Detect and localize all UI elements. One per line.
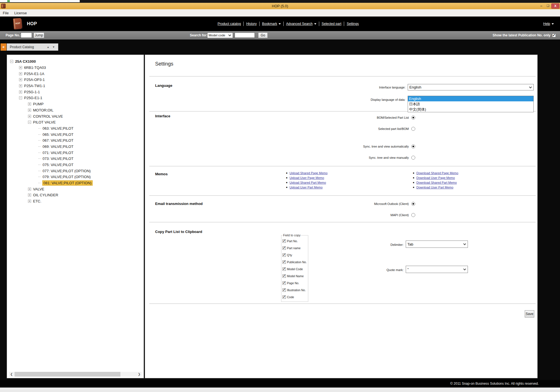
close-button[interactable]: X bbox=[551, 3, 559, 9]
tree-item[interactable]: +PUMP bbox=[7, 101, 144, 107]
tree-item[interactable]: +ETC. bbox=[7, 198, 144, 204]
tree-item[interactable]: 073: VALVE;PILOT bbox=[7, 156, 144, 162]
quote-mark-label: Quote mark: bbox=[347, 267, 403, 273]
go-button[interactable]: Go bbox=[258, 32, 268, 38]
jump-button[interactable]: Jump bbox=[34, 32, 44, 38]
tree-item[interactable]: +6RB1-TQA03 bbox=[7, 65, 144, 71]
download-user-part-memo-link[interactable]: Download User Part Memo bbox=[416, 186, 453, 189]
tree-item[interactable]: 079: VALVE;PILOT (OPTION) bbox=[7, 174, 144, 180]
latest-publication-checkbox[interactable] bbox=[552, 34, 556, 37]
catalog-panel-header[interactable]: Product Catalog ▲ ▼ bbox=[7, 43, 58, 51]
menu-file[interactable]: File bbox=[3, 11, 9, 15]
nav-advanced-search[interactable]: Advanced Search bbox=[284, 22, 319, 26]
collapse-panel-button[interactable]: « bbox=[1, 43, 6, 51]
menu-license[interactable]: License bbox=[14, 11, 27, 15]
search-type-select[interactable]: Model code bbox=[207, 32, 233, 38]
dropdown-option-chinese[interactable]: 中文(简体) bbox=[408, 107, 533, 112]
mapi-radio[interactable] bbox=[411, 213, 415, 217]
collapse-icon[interactable]: − bbox=[10, 60, 13, 63]
nav-selected-part[interactable]: Selected part bbox=[319, 22, 344, 26]
scroll-left-icon[interactable]: ❮ bbox=[9, 372, 14, 377]
expand-icon[interactable]: + bbox=[28, 200, 31, 203]
help-menu[interactable]: Help bbox=[543, 17, 554, 31]
code-checkbox[interactable] bbox=[283, 295, 286, 299]
interface-section-label: Interface bbox=[155, 114, 170, 118]
dropdown-option-japanese[interactable]: 日本語 bbox=[408, 101, 533, 107]
field-to-copy-group: Field to copy Part No. Part name Q'ty Pu… bbox=[281, 234, 308, 302]
qty-checkbox[interactable] bbox=[283, 253, 286, 257]
collapse-icon[interactable]: − bbox=[28, 121, 31, 124]
expand-icon[interactable]: + bbox=[19, 90, 22, 94]
help-link[interactable]: Help bbox=[543, 22, 550, 26]
tree-item[interactable]: +CONTROL VALVE bbox=[7, 113, 144, 119]
expand-icon[interactable]: + bbox=[19, 72, 22, 75]
upload-shared-part-memo-link[interactable]: Upload Shared Part Memo bbox=[290, 181, 326, 184]
copyright-text: © 2011 Snap-on Business Solutions Inc. A… bbox=[450, 382, 539, 386]
tree-item-selected[interactable]: 081: VALVE;PILOT (OPTION) bbox=[7, 180, 144, 186]
tree-item[interactable]: 071: VALVE;PILOT bbox=[7, 150, 144, 156]
tree-item[interactable]: +P25A-OP3-1 bbox=[7, 77, 144, 83]
upload-user-page-memo-link[interactable]: Upload User Page Memo bbox=[290, 176, 324, 179]
interface-language-select[interactable]: English bbox=[408, 84, 534, 90]
expand-icon[interactable]: + bbox=[19, 78, 22, 81]
page-no-input[interactable] bbox=[21, 32, 32, 38]
tree-item[interactable]: −25A CX1000 bbox=[7, 59, 144, 65]
expand-icon[interactable]: + bbox=[19, 66, 22, 69]
horizontal-scrollbar[interactable]: ❮ ❯ bbox=[9, 372, 142, 377]
dropdown-option-english[interactable]: English bbox=[408, 96, 533, 101]
tree-item[interactable]: +MOTOR;OIL bbox=[7, 107, 144, 113]
tree-item[interactable]: 069: VALVE;PILOT bbox=[7, 144, 144, 150]
tree-item[interactable]: 065: VALVE;PILOT bbox=[7, 131, 144, 137]
expand-icon[interactable]: + bbox=[28, 102, 31, 106]
expand-icon[interactable]: + bbox=[28, 115, 31, 118]
tree-item[interactable]: 075: VALVE;PILOT bbox=[7, 162, 144, 168]
tree-item[interactable]: 077: VALVE;PILOT (OPTION) bbox=[7, 168, 144, 174]
nav-history[interactable]: History bbox=[244, 22, 259, 26]
tree-item[interactable]: +P25A-TW1-1 bbox=[7, 83, 144, 89]
scroll-up-icon[interactable]: ▲ bbox=[47, 46, 49, 48]
outlook-radio[interactable] bbox=[411, 202, 415, 206]
delimiter-select[interactable]: Tab bbox=[406, 241, 468, 248]
scroll-down-icon[interactable]: ▼ bbox=[52, 46, 55, 48]
expand-icon[interactable]: + bbox=[28, 193, 31, 197]
nav-bookmark[interactable]: Bookmark bbox=[260, 22, 283, 26]
quote-mark-select[interactable]: " bbox=[406, 266, 468, 273]
download-user-page-memo-link[interactable]: Download User Page Memo bbox=[416, 176, 455, 179]
tree-item[interactable]: +P25G-1-1 bbox=[7, 89, 144, 95]
scrollbar-thumb[interactable] bbox=[15, 372, 120, 377]
sync-manual-radio[interactable] bbox=[411, 156, 415, 160]
download-shared-page-memo-link[interactable]: Download Shared Page Memo bbox=[416, 171, 458, 175]
bom-selected-part-list-radio[interactable] bbox=[411, 116, 415, 120]
scroll-right-icon[interactable]: ❯ bbox=[137, 372, 142, 377]
tree-item[interactable]: 067: VALVE;PILOT bbox=[7, 137, 144, 144]
background-window-fragment bbox=[0, 388, 560, 392]
model-code-checkbox[interactable] bbox=[283, 267, 286, 271]
sync-auto-radio[interactable] bbox=[411, 144, 415, 148]
expand-icon[interactable]: + bbox=[19, 84, 22, 87]
expand-icon[interactable]: + bbox=[28, 188, 31, 191]
nav-product-catalog[interactable]: Product catalog bbox=[215, 22, 243, 26]
tree-item[interactable]: +OIL CYLINDER bbox=[7, 192, 144, 198]
upload-shared-page-memo-link[interactable]: Upload Shared Page Memo bbox=[290, 171, 328, 175]
tree-item[interactable]: +P25A-E1-1A bbox=[7, 71, 144, 77]
download-shared-part-memo-link[interactable]: Download Shared Part Memo bbox=[416, 181, 457, 184]
part-no-checkbox[interactable] bbox=[283, 239, 286, 243]
publication-no-checkbox[interactable] bbox=[283, 260, 286, 264]
tree-item[interactable]: −PILOT VALVE bbox=[7, 119, 144, 125]
restore-button[interactable]: ❏ bbox=[545, 3, 551, 9]
minimize-button[interactable]: – bbox=[538, 3, 544, 9]
tree-item[interactable]: −P25G-E1-1 bbox=[7, 95, 144, 101]
nav-settings[interactable]: Settings bbox=[344, 22, 361, 26]
search-input[interactable] bbox=[235, 32, 255, 38]
upload-user-part-memo-link[interactable]: Upload User Part Memo bbox=[290, 186, 323, 189]
illustration-no-checkbox[interactable] bbox=[283, 288, 286, 292]
selected-part-list-bom-radio[interactable] bbox=[411, 127, 415, 131]
part-name-checkbox[interactable] bbox=[283, 246, 286, 250]
tree-item[interactable]: 063: VALVE;PILOT bbox=[7, 125, 144, 132]
tree-item[interactable]: +VALVE bbox=[7, 186, 144, 192]
save-button[interactable]: Save bbox=[525, 310, 534, 318]
expand-icon[interactable]: + bbox=[28, 109, 31, 112]
model-name-checkbox[interactable] bbox=[283, 274, 286, 278]
collapse-icon[interactable]: − bbox=[19, 96, 22, 99]
page-no-checkbox[interactable] bbox=[283, 281, 286, 285]
